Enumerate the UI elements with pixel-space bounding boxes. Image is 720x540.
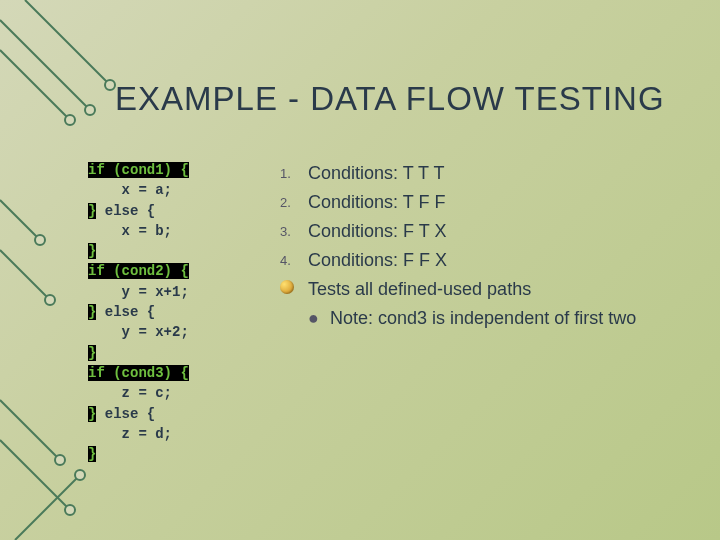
svg-line-7: [15, 475, 80, 540]
svg-line-4: [0, 250, 50, 300]
svg-line-5: [0, 400, 60, 460]
list-item: 2. Conditions: T F F: [280, 189, 700, 216]
svg-line-1: [0, 50, 70, 120]
list-text: Conditions: F F X: [308, 247, 700, 274]
list-text: Conditions: T T T: [308, 160, 700, 187]
slide-title: EXAMPLE - DATA FLOW TESTING: [115, 80, 665, 118]
list-item: 3. Conditions: F T X: [280, 218, 700, 245]
svg-point-9: [65, 115, 75, 125]
code-sample: if (cond1) { x = a; } else { x = b; } if…: [88, 160, 258, 464]
list-item: 1. Conditions: T T T: [280, 160, 700, 187]
sub-bullet-text: Note: cond3 is independent of first two: [330, 305, 700, 332]
svg-point-11: [35, 235, 45, 245]
svg-point-14: [65, 505, 75, 515]
bullet-item: Tests all defined-used paths: [280, 276, 700, 303]
svg-point-12: [45, 295, 55, 305]
list-number: 4.: [280, 247, 308, 274]
list-text: Conditions: F T X: [308, 218, 700, 245]
svg-line-3: [0, 200, 40, 240]
svg-line-2: [25, 0, 110, 85]
list-number: 3.: [280, 218, 308, 245]
bullet-text: Tests all defined-used paths: [308, 276, 700, 303]
svg-point-15: [75, 470, 85, 480]
globe-icon: [280, 276, 308, 303]
bullet-dot-icon: ●: [308, 305, 330, 332]
conditions-list: 1. Conditions: T T T 2. Conditions: T F …: [280, 160, 700, 332]
svg-line-6: [0, 440, 70, 510]
sub-bullet-item: ● Note: cond3 is independent of first tw…: [308, 305, 700, 332]
svg-line-0: [0, 20, 90, 110]
svg-point-10: [105, 80, 115, 90]
list-number: 1.: [280, 160, 308, 187]
list-number: 2.: [280, 189, 308, 216]
list-text: Conditions: T F F: [308, 189, 700, 216]
list-item: 4. Conditions: F F X: [280, 247, 700, 274]
svg-point-8: [85, 105, 95, 115]
svg-point-13: [55, 455, 65, 465]
